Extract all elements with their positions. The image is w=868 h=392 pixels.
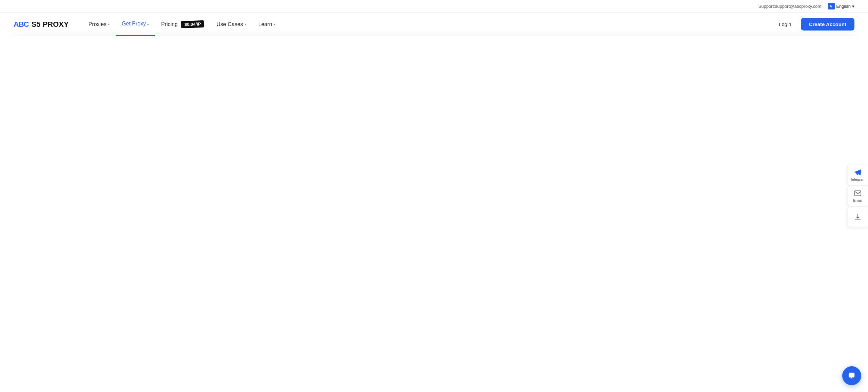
nav-use-cases[interactable]: Use Cases ▾ <box>211 13 252 36</box>
language-selector[interactable]: A English ▾ <box>828 3 854 9</box>
navbar: ABC S5 PROXY Proxies ▾ Get Proxy ▴ Prici… <box>0 13 868 36</box>
chevron-up-icon: ▴ <box>147 22 149 26</box>
logo-s5proxy: S5 PROXY <box>32 20 69 29</box>
lang-icon: A <box>828 3 835 9</box>
nav-pricing[interactable]: Pricing $0.04/IP <box>155 13 210 36</box>
support-link[interactable]: Support:support@abcproxy.com <box>758 4 822 9</box>
logo-abc: ABC <box>14 20 29 29</box>
chevron-down-icon: ▾ <box>244 22 246 26</box>
top-bar: Support:support@abcproxy.com A English ▾ <box>0 0 868 13</box>
svg-text:A: A <box>830 4 832 8</box>
nav-right: Login Create Account <box>775 18 854 31</box>
create-account-button[interactable]: Create Account <box>801 18 854 31</box>
chevron-down-icon: ▾ <box>274 22 275 26</box>
chevron-down-icon: ▾ <box>852 4 854 9</box>
logo[interactable]: ABC S5 PROXY <box>14 20 69 29</box>
price-badge: $0.04/IP <box>181 20 204 28</box>
login-button[interactable]: Login <box>775 19 795 29</box>
nav-get-proxy[interactable]: Get Proxy ▴ <box>116 13 155 36</box>
nav-learn[interactable]: Learn ▾ <box>252 13 281 36</box>
lang-label: English <box>836 4 851 9</box>
nav-proxies[interactable]: Proxies ▾ <box>82 13 116 36</box>
nav-items: Proxies ▾ Get Proxy ▴ Pricing $0.04/IP U… <box>82 13 775 36</box>
chevron-down-icon: ▾ <box>108 22 110 26</box>
